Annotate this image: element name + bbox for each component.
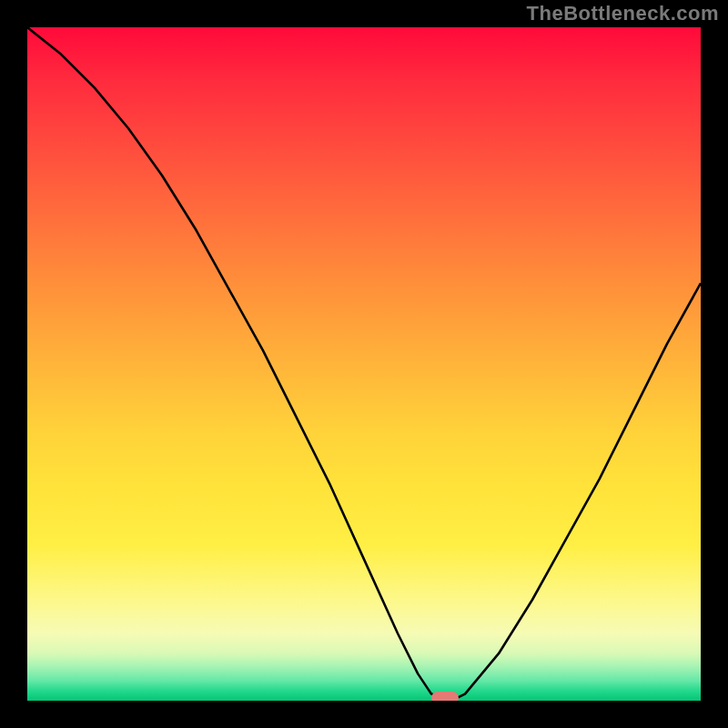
optimal-point-marker <box>431 692 459 701</box>
watermark-text: TheBottleneck.com <box>527 2 719 25</box>
chart-frame: TheBottleneck.com <box>0 0 728 728</box>
bottleneck-curve-path <box>27 27 701 701</box>
plot-area <box>27 27 701 701</box>
curve-svg <box>27 27 701 701</box>
